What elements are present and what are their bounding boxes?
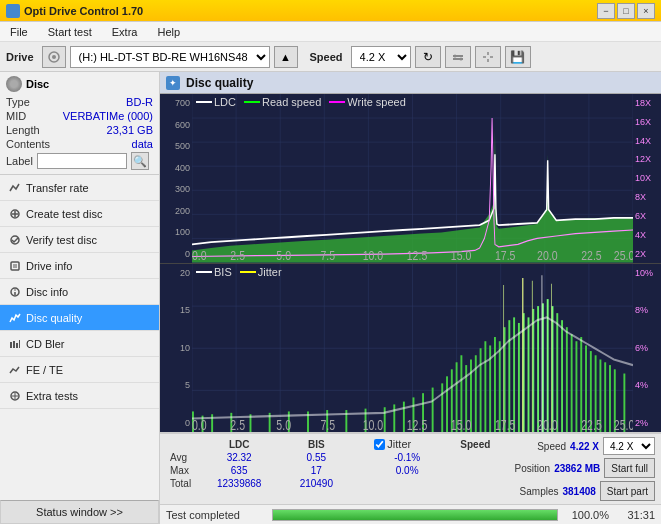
speed-display-label: Speed	[537, 441, 566, 452]
svg-rect-87	[446, 376, 448, 432]
nav-items: Transfer rate Create test disc Verify te…	[0, 175, 159, 500]
svg-text:17.5: 17.5	[495, 415, 516, 432]
label-search-btn[interactable]: 🔍	[131, 152, 149, 170]
drive-select[interactable]: (H:) HL-DT-ST BD-RE WH16NS48 1.D3	[70, 46, 270, 68]
chart1-main: LDC Read speed Write speed	[192, 94, 633, 263]
drive-icon-btn[interactable]	[42, 46, 66, 68]
svg-rect-86	[441, 383, 443, 432]
chart2-y-0: 0	[160, 418, 192, 428]
chart2-yr-10: 10%	[633, 268, 661, 278]
eject-btn[interactable]: ▲	[274, 46, 298, 68]
chart1-yr-8: 8X	[633, 192, 661, 202]
nav-transfer-rate[interactable]: Transfer rate	[0, 175, 159, 201]
stats-table: LDC BIS Jitter Speed	[166, 437, 507, 501]
disc-contents-val: data	[132, 138, 153, 150]
svg-text:20.0: 20.0	[537, 415, 558, 432]
settings-btn2[interactable]	[475, 46, 501, 68]
status-window-button[interactable]: Status window >>	[0, 500, 159, 524]
svg-rect-17	[13, 341, 15, 348]
svg-text:12.5: 12.5	[407, 248, 428, 263]
chart1-y-axis-right: 18X 16X 14X 12X 10X 8X 6X 4X 2X	[633, 94, 661, 263]
menu-start-test[interactable]: Start test	[42, 24, 98, 40]
legend-write-speed-label: Write speed	[347, 96, 406, 108]
chart1-svg: 0.0 2.5 5.0 7.5 10.0 12.5 15.0 17.5 20.0…	[192, 94, 633, 263]
chart1-y-500: 500	[160, 141, 192, 151]
avg-label: Avg	[166, 451, 196, 464]
max-label: Max	[166, 464, 196, 477]
progress-bar-fill	[273, 510, 557, 520]
app-title: Opti Drive Control 1.70	[24, 5, 143, 17]
legend-bis: BIS	[196, 266, 232, 278]
start-full-button[interactable]: Start full	[604, 458, 655, 478]
label-input[interactable]	[37, 153, 127, 169]
svg-rect-111	[561, 320, 563, 432]
nav-verify-test-disc[interactable]: Verify test disc	[0, 227, 159, 253]
chart2-legend: BIS Jitter	[196, 266, 282, 278]
svg-rect-104	[528, 317, 530, 432]
nav-extra-tests[interactable]: Extra tests	[0, 383, 159, 409]
jitter-header-cell: Jitter	[370, 437, 444, 451]
main-area: Disc Type BD-R MID VERBATIMe (000) Lengt…	[0, 72, 661, 524]
svg-text:17.5: 17.5	[495, 248, 516, 263]
speed-label: Speed	[310, 51, 343, 63]
extra-tests-icon	[8, 389, 22, 403]
nav-drive-info[interactable]: Drive info	[0, 253, 159, 279]
total-label: Total	[166, 477, 196, 490]
drive-label: Drive	[6, 51, 34, 63]
nav-create-test-disc[interactable]: Create test disc	[0, 201, 159, 227]
chart2-y-5: 5	[160, 380, 192, 390]
chart1-legend: LDC Read speed Write speed	[196, 96, 406, 108]
legend-bis-label: BIS	[214, 266, 232, 278]
chart1-yr-14: 14X	[633, 136, 661, 146]
speed-select[interactable]: 4.2 X	[351, 46, 411, 68]
drive-bar: Drive (H:) HL-DT-ST BD-RE WH16NS48 1.D3 …	[0, 42, 661, 72]
right-controls: Speed 4.22 X 4.2 X Position 23862 MB Sta…	[515, 437, 655, 501]
col-header-ldc: LDC	[196, 437, 282, 451]
speed-select2[interactable]: 4.2 X	[603, 437, 655, 455]
svg-text:5.0: 5.0	[276, 248, 291, 263]
chart1-y-700: 700	[160, 98, 192, 108]
nav-create-test-disc-label: Create test disc	[26, 208, 102, 220]
settings-btn1[interactable]	[445, 46, 471, 68]
svg-rect-94	[480, 348, 482, 432]
close-button[interactable]: ×	[637, 3, 655, 19]
menu-extra[interactable]: Extra	[106, 24, 144, 40]
progress-percent: 100.0%	[564, 509, 609, 521]
progress-bar-container	[272, 509, 558, 521]
disc-length-row: Length 23,31 GB	[6, 124, 153, 136]
position-val: 23862 MB	[554, 463, 600, 474]
jitter-label: Jitter	[387, 438, 411, 450]
menu-help[interactable]: Help	[151, 24, 186, 40]
col-header-bis: BIS	[282, 437, 350, 451]
disc-contents-key: Contents	[6, 138, 50, 150]
chart1-y-200: 200	[160, 206, 192, 216]
nav-disc-info[interactable]: Disc info	[0, 279, 159, 305]
chart1-y-600: 600	[160, 120, 192, 130]
jitter-checkbox[interactable]	[374, 439, 385, 450]
write-speed-color	[329, 101, 345, 103]
title-bar: Opti Drive Control 1.70 − □ ×	[0, 0, 661, 22]
menu-file[interactable]: File	[4, 24, 34, 40]
svg-text:5.0: 5.0	[276, 415, 291, 432]
nav-cd-bler[interactable]: CD Bler	[0, 331, 159, 357]
fe-te-icon	[8, 363, 22, 377]
maximize-button[interactable]: □	[617, 3, 635, 19]
chart1-yr-18: 18X	[633, 98, 661, 108]
legend-ldc-label: LDC	[214, 96, 236, 108]
refresh-btn[interactable]: ↻	[415, 46, 441, 68]
samples-val: 381408	[562, 486, 595, 497]
nav-verify-test-disc-label: Verify test disc	[26, 234, 97, 246]
chart1-yr-12: 12X	[633, 154, 661, 164]
disc-quality-header: ✦ Disc quality	[160, 72, 661, 94]
right-panel: ✦ Disc quality 700 600 500 400 300 200 1…	[160, 72, 661, 524]
menu-bar: File Start test Extra Help	[0, 22, 661, 42]
ldc-color	[196, 101, 212, 103]
minimize-button[interactable]: −	[597, 3, 615, 19]
disc-rows: Type BD-R MID VERBATIMe (000) Length 23,…	[6, 96, 153, 170]
nav-fe-te[interactable]: FE / TE	[0, 357, 159, 383]
nav-disc-quality[interactable]: Disc quality	[0, 305, 159, 331]
avg-bis: 0.55	[282, 451, 350, 464]
start-part-button[interactable]: Start part	[600, 481, 655, 501]
speed-display-val: 4.22 X	[570, 441, 599, 452]
save-btn[interactable]: 💾	[505, 46, 531, 68]
